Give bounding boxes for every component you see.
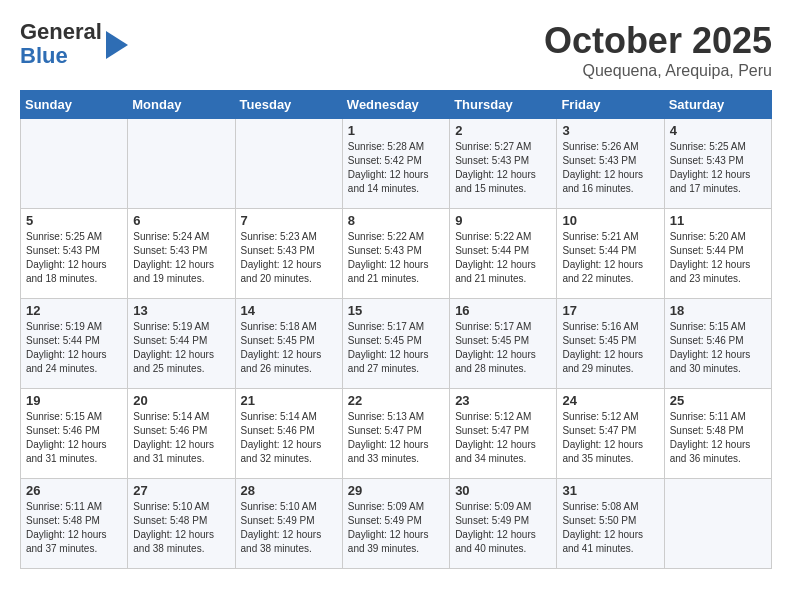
day-number: 9 (455, 213, 551, 228)
day-number: 28 (241, 483, 337, 498)
day-number: 1 (348, 123, 444, 138)
calendar-cell: 23Sunrise: 5:12 AM Sunset: 5:47 PM Dayli… (450, 389, 557, 479)
calendar-cell: 13Sunrise: 5:19 AM Sunset: 5:44 PM Dayli… (128, 299, 235, 389)
calendar-cell: 14Sunrise: 5:18 AM Sunset: 5:45 PM Dayli… (235, 299, 342, 389)
day-number: 21 (241, 393, 337, 408)
calendar-cell: 1Sunrise: 5:28 AM Sunset: 5:42 PM Daylig… (342, 119, 449, 209)
day-info: Sunrise: 5:25 AM Sunset: 5:43 PM Dayligh… (26, 230, 122, 286)
day-info: Sunrise: 5:15 AM Sunset: 5:46 PM Dayligh… (26, 410, 122, 466)
day-info: Sunrise: 5:25 AM Sunset: 5:43 PM Dayligh… (670, 140, 766, 196)
day-number: 30 (455, 483, 551, 498)
day-number: 7 (241, 213, 337, 228)
day-number: 11 (670, 213, 766, 228)
day-info: Sunrise: 5:22 AM Sunset: 5:43 PM Dayligh… (348, 230, 444, 286)
weekday-header-row: SundayMondayTuesdayWednesdayThursdayFrid… (21, 91, 772, 119)
calendar-cell: 20Sunrise: 5:14 AM Sunset: 5:46 PM Dayli… (128, 389, 235, 479)
day-number: 22 (348, 393, 444, 408)
day-number: 23 (455, 393, 551, 408)
day-number: 5 (26, 213, 122, 228)
calendar-cell: 31Sunrise: 5:08 AM Sunset: 5:50 PM Dayli… (557, 479, 664, 569)
day-info: Sunrise: 5:18 AM Sunset: 5:45 PM Dayligh… (241, 320, 337, 376)
day-number: 12 (26, 303, 122, 318)
calendar-cell: 25Sunrise: 5:11 AM Sunset: 5:48 PM Dayli… (664, 389, 771, 479)
day-number: 25 (670, 393, 766, 408)
day-info: Sunrise: 5:19 AM Sunset: 5:44 PM Dayligh… (133, 320, 229, 376)
calendar-table: SundayMondayTuesdayWednesdayThursdayFrid… (20, 90, 772, 569)
day-info: Sunrise: 5:11 AM Sunset: 5:48 PM Dayligh… (26, 500, 122, 556)
day-info: Sunrise: 5:14 AM Sunset: 5:46 PM Dayligh… (241, 410, 337, 466)
weekday-header: Saturday (664, 91, 771, 119)
day-number: 2 (455, 123, 551, 138)
calendar-cell (235, 119, 342, 209)
calendar-cell: 10Sunrise: 5:21 AM Sunset: 5:44 PM Dayli… (557, 209, 664, 299)
page-header: General Blue October 2025 Quequena, Areq… (20, 20, 772, 80)
day-info: Sunrise: 5:09 AM Sunset: 5:49 PM Dayligh… (455, 500, 551, 556)
calendar-week-row: 26Sunrise: 5:11 AM Sunset: 5:48 PM Dayli… (21, 479, 772, 569)
day-number: 4 (670, 123, 766, 138)
calendar-cell: 18Sunrise: 5:15 AM Sunset: 5:46 PM Dayli… (664, 299, 771, 389)
day-info: Sunrise: 5:15 AM Sunset: 5:46 PM Dayligh… (670, 320, 766, 376)
calendar-cell: 19Sunrise: 5:15 AM Sunset: 5:46 PM Dayli… (21, 389, 128, 479)
location: Quequena, Arequipa, Peru (544, 62, 772, 80)
calendar-cell: 21Sunrise: 5:14 AM Sunset: 5:46 PM Dayli… (235, 389, 342, 479)
logo: General Blue (20, 20, 128, 68)
day-number: 27 (133, 483, 229, 498)
day-number: 17 (562, 303, 658, 318)
weekday-header: Thursday (450, 91, 557, 119)
weekday-header: Tuesday (235, 91, 342, 119)
weekday-header: Sunday (21, 91, 128, 119)
day-info: Sunrise: 5:22 AM Sunset: 5:44 PM Dayligh… (455, 230, 551, 286)
day-info: Sunrise: 5:14 AM Sunset: 5:46 PM Dayligh… (133, 410, 229, 466)
calendar-week-row: 5Sunrise: 5:25 AM Sunset: 5:43 PM Daylig… (21, 209, 772, 299)
day-info: Sunrise: 5:09 AM Sunset: 5:49 PM Dayligh… (348, 500, 444, 556)
day-info: Sunrise: 5:26 AM Sunset: 5:43 PM Dayligh… (562, 140, 658, 196)
weekday-header: Wednesday (342, 91, 449, 119)
calendar-cell (664, 479, 771, 569)
calendar-cell: 29Sunrise: 5:09 AM Sunset: 5:49 PM Dayli… (342, 479, 449, 569)
day-info: Sunrise: 5:10 AM Sunset: 5:49 PM Dayligh… (241, 500, 337, 556)
calendar-cell: 26Sunrise: 5:11 AM Sunset: 5:48 PM Dayli… (21, 479, 128, 569)
day-number: 6 (133, 213, 229, 228)
calendar-cell: 27Sunrise: 5:10 AM Sunset: 5:48 PM Dayli… (128, 479, 235, 569)
calendar-cell: 17Sunrise: 5:16 AM Sunset: 5:45 PM Dayli… (557, 299, 664, 389)
day-info: Sunrise: 5:19 AM Sunset: 5:44 PM Dayligh… (26, 320, 122, 376)
weekday-header: Friday (557, 91, 664, 119)
day-number: 16 (455, 303, 551, 318)
calendar-cell: 2Sunrise: 5:27 AM Sunset: 5:43 PM Daylig… (450, 119, 557, 209)
calendar-week-row: 12Sunrise: 5:19 AM Sunset: 5:44 PM Dayli… (21, 299, 772, 389)
calendar-cell: 4Sunrise: 5:25 AM Sunset: 5:43 PM Daylig… (664, 119, 771, 209)
calendar-cell: 12Sunrise: 5:19 AM Sunset: 5:44 PM Dayli… (21, 299, 128, 389)
day-number: 29 (348, 483, 444, 498)
calendar-cell: 30Sunrise: 5:09 AM Sunset: 5:49 PM Dayli… (450, 479, 557, 569)
day-info: Sunrise: 5:23 AM Sunset: 5:43 PM Dayligh… (241, 230, 337, 286)
day-number: 14 (241, 303, 337, 318)
day-number: 15 (348, 303, 444, 318)
calendar-week-row: 19Sunrise: 5:15 AM Sunset: 5:46 PM Dayli… (21, 389, 772, 479)
day-number: 24 (562, 393, 658, 408)
calendar-cell: 3Sunrise: 5:26 AM Sunset: 5:43 PM Daylig… (557, 119, 664, 209)
calendar-cell: 8Sunrise: 5:22 AM Sunset: 5:43 PM Daylig… (342, 209, 449, 299)
day-info: Sunrise: 5:12 AM Sunset: 5:47 PM Dayligh… (455, 410, 551, 466)
month-title: October 2025 (544, 20, 772, 62)
calendar-week-row: 1Sunrise: 5:28 AM Sunset: 5:42 PM Daylig… (21, 119, 772, 209)
weekday-header: Monday (128, 91, 235, 119)
calendar-cell: 24Sunrise: 5:12 AM Sunset: 5:47 PM Dayli… (557, 389, 664, 479)
logo-text: General Blue (20, 20, 102, 68)
day-info: Sunrise: 5:17 AM Sunset: 5:45 PM Dayligh… (348, 320, 444, 376)
day-number: 8 (348, 213, 444, 228)
day-info: Sunrise: 5:13 AM Sunset: 5:47 PM Dayligh… (348, 410, 444, 466)
day-number: 3 (562, 123, 658, 138)
day-info: Sunrise: 5:28 AM Sunset: 5:42 PM Dayligh… (348, 140, 444, 196)
calendar-cell: 5Sunrise: 5:25 AM Sunset: 5:43 PM Daylig… (21, 209, 128, 299)
calendar-cell: 15Sunrise: 5:17 AM Sunset: 5:45 PM Dayli… (342, 299, 449, 389)
day-number: 20 (133, 393, 229, 408)
calendar-cell: 6Sunrise: 5:24 AM Sunset: 5:43 PM Daylig… (128, 209, 235, 299)
day-number: 13 (133, 303, 229, 318)
day-info: Sunrise: 5:20 AM Sunset: 5:44 PM Dayligh… (670, 230, 766, 286)
calendar-cell: 16Sunrise: 5:17 AM Sunset: 5:45 PM Dayli… (450, 299, 557, 389)
day-number: 26 (26, 483, 122, 498)
day-info: Sunrise: 5:12 AM Sunset: 5:47 PM Dayligh… (562, 410, 658, 466)
day-number: 19 (26, 393, 122, 408)
calendar-cell: 11Sunrise: 5:20 AM Sunset: 5:44 PM Dayli… (664, 209, 771, 299)
day-info: Sunrise: 5:21 AM Sunset: 5:44 PM Dayligh… (562, 230, 658, 286)
